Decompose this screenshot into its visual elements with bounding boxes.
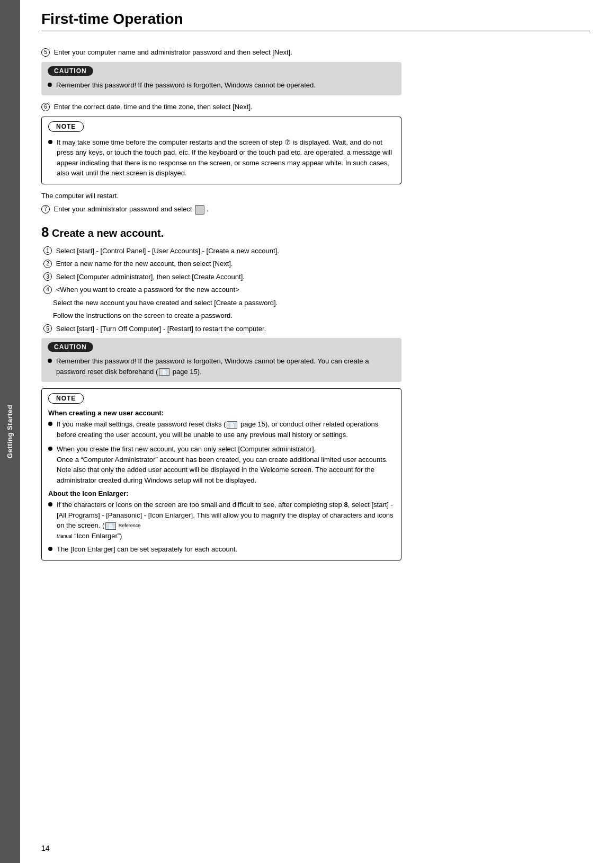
step7-item: 7 Enter your administrator password and …: [41, 204, 590, 215]
step8-sub5-circle: 5: [43, 324, 52, 333]
step8-sub4a-text: Select the new account you have created …: [53, 299, 278, 307]
step8-sub4b: Follow the instructions on the screen to…: [41, 310, 590, 321]
note2-item1: If you make mail settings, create passwo…: [48, 419, 395, 440]
note2-icon-text1: If the characters or icons on the screen…: [57, 500, 395, 541]
note2-icon-bullet1: [48, 502, 52, 506]
step5-circle: 5: [41, 48, 50, 57]
step6-text: Enter the correct date, time and the tim…: [54, 103, 253, 111]
page-number: 14: [41, 844, 50, 852]
step8-sub4b-text: Follow the instructions on the screen to…: [53, 312, 233, 319]
caution1-item: Remember this password! If the password …: [48, 80, 395, 91]
step8-sub5: 5 Select [start] - [Turn Off Computer] -…: [41, 324, 590, 334]
note-badge-1: NOTE: [48, 121, 84, 132]
step7-text: Enter your administrator password and se…: [54, 205, 194, 213]
step8-heading: 8 Create a new account.: [41, 224, 590, 241]
note2-text2: When you create the first new account, y…: [57, 444, 395, 485]
step5-item: 5 Enter your computer name and administr…: [41, 47, 590, 58]
note2-icon-text2: The [Icon Enlarger] can be set separatel…: [57, 544, 237, 555]
caution2-text: Remember this password! If the password …: [56, 356, 395, 377]
step8-sub3-circle: 3: [43, 272, 52, 281]
note2-item2: When you create the first new account, y…: [48, 444, 395, 485]
step8-sub1-text: Select [start] - [Control Panel] - [User…: [56, 247, 279, 255]
sidebar-label: Getting Started: [6, 405, 14, 458]
step8-sub3-text: Select [Computer administrator], then se…: [56, 273, 245, 281]
caution-box-1: CAUTION Remember this password! If the p…: [41, 62, 401, 96]
note2-icon-item2: The [Icon Enlarger] can be set separatel…: [48, 544, 395, 555]
sidebar: Getting Started: [0, 0, 20, 863]
caution-badge-2: CAUTION: [48, 342, 93, 352]
step8-sub4-circle: 4: [43, 286, 52, 294]
step8-sub2-text: Enter a new name for the new account, th…: [56, 260, 233, 268]
step6-item: 6 Enter the correct date, time and the t…: [41, 102, 590, 112]
step8-title: Create a new account.: [52, 227, 164, 239]
note2-bullet1: [48, 422, 52, 426]
step8-sub5-text: Select [start] - [Turn Off Computer] - […: [56, 325, 266, 333]
note1-text: It may take some time before the compute…: [57, 137, 395, 179]
step8-sub4a: Select the new account you have created …: [41, 298, 590, 308]
step6-circle: 6: [41, 103, 50, 111]
note1-bullet: [48, 140, 52, 144]
main-content: First-time Operation 5 Enter your comput…: [20, 0, 616, 863]
page-title: First-time Operation: [41, 11, 590, 31]
caution2-item: Remember this password! If the password …: [48, 356, 395, 377]
step8-sub2: 2 Enter a new name for the new account, …: [41, 259, 590, 269]
note2-bullet2: [48, 447, 52, 451]
restart-text: The computer will restart.: [41, 191, 590, 201]
note-box-2: NOTE When creating a new user account: I…: [41, 388, 401, 560]
caution-badge-1: CAUTION: [48, 66, 93, 76]
note2-ref-icon2: 📄: [105, 522, 116, 530]
step5-text: Enter your computer name and administrat…: [54, 48, 292, 56]
step8-sub4-text: <When you want to create a password for …: [56, 286, 239, 293]
note2-icon-item1: If the characters or icons on the screen…: [48, 500, 395, 541]
step8-sub3: 3 Select [Computer administrator], then …: [41, 272, 590, 282]
caution-box-2: CAUTION Remember this password! If the p…: [41, 338, 401, 382]
note-box-1: NOTE It may take some time before the co…: [41, 117, 401, 184]
caution1-text: Remember this password! If the password …: [56, 80, 316, 91]
step7-icon: [195, 205, 204, 215]
note2-icon-bullet2: [48, 547, 52, 551]
step8-sub1: 1 Select [start] - [Control Panel] - [Us…: [41, 246, 590, 256]
note-badge-2: NOTE: [48, 393, 84, 404]
caution2-bullet: [48, 359, 52, 363]
step8-number: 8: [41, 224, 49, 240]
caution1-bullet: [48, 83, 52, 87]
note2-text1: If you make mail settings, create passwo…: [57, 419, 395, 440]
step7-circle: 7: [41, 205, 50, 213]
note2-ref-icon1: 📄: [227, 421, 237, 429]
step8-sub2-circle: 2: [43, 260, 52, 268]
note2-about-title: About the Icon Enlarger:: [48, 490, 395, 497]
note2-bold-title: When creating a new user account:: [48, 409, 395, 417]
step8-sub1-circle: 1: [43, 246, 52, 255]
step8-sub4: 4 <When you want to create a password fo…: [41, 284, 590, 295]
note1-item: It may take some time before the compute…: [48, 137, 395, 179]
caution2-ref-icon: 📄: [159, 368, 169, 376]
step7-period: .: [207, 205, 209, 213]
